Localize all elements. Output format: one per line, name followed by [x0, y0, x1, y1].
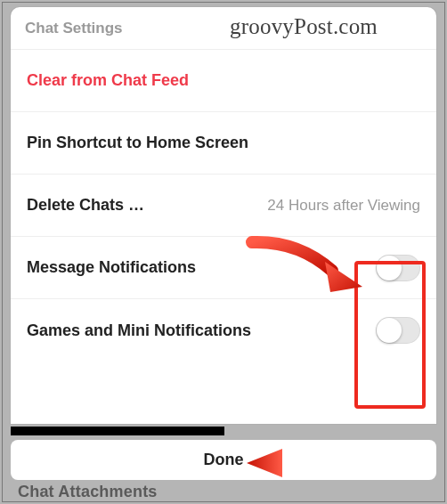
message-notifications-toggle[interactable] — [376, 255, 420, 281]
row-clear-from-chat-feed[interactable]: Clear from Chat Feed — [11, 50, 436, 112]
toggle-knob — [377, 256, 402, 280]
row-label: Clear from Chat Feed — [27, 71, 420, 90]
settings-sheet: Chat Settings Clear from Chat Feed Pin S… — [11, 7, 436, 424]
toggle-knob — [377, 318, 402, 343]
games-mini-notifications-toggle[interactable] — [376, 317, 420, 344]
row-label: Message Notifications — [27, 258, 376, 277]
row-message-notifications: Message Notifications — [11, 237, 436, 299]
done-button[interactable]: Done — [11, 440, 436, 480]
obscured-row-label: Chat Attachments — [18, 483, 158, 501]
done-label: Done — [204, 451, 244, 469]
row-delete-chats[interactable]: Delete Chats … 24 Hours after Viewing — [11, 175, 436, 237]
redaction-bar — [11, 427, 224, 435]
row-label: Pin Shortcut to Home Screen — [27, 134, 420, 152]
row-games-mini-notifications: Games and Mini Notifications — [11, 299, 436, 362]
row-label: Delete Chats … — [27, 196, 267, 215]
row-label: Games and Mini Notifications — [27, 321, 376, 340]
row-value: 24 Hours after Viewing — [267, 197, 420, 215]
row-pin-shortcut[interactable]: Pin Shortcut to Home Screen — [11, 112, 436, 175]
sheet-header: Chat Settings — [11, 7, 436, 50]
sheet-title: Chat Settings — [25, 20, 123, 37]
under-sheet-area: Done Chat Attachments — [11, 424, 436, 497]
